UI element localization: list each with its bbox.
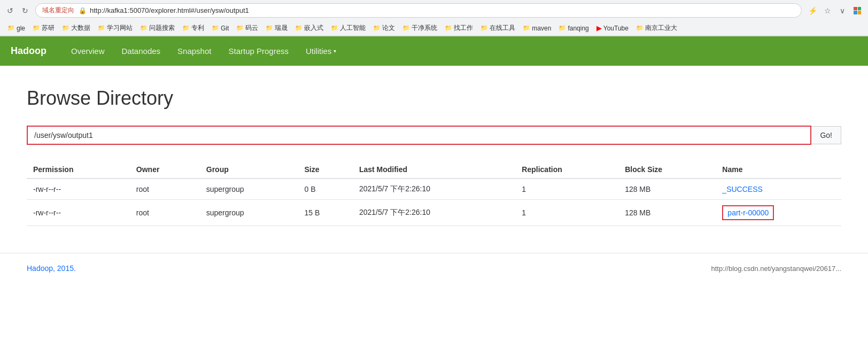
toolbar-actions: ⚡ ☆ ∨ [806, 4, 864, 17]
cell-owner: root [130, 200, 200, 226]
back-button[interactable]: ↺ [4, 5, 16, 17]
path-input[interactable] [27, 126, 811, 145]
domain-redirect-label: 域名重定向 [42, 6, 74, 15]
cell-block-size: 128 MB [618, 200, 716, 226]
col-group: Group [200, 161, 298, 179]
bookmark-tools[interactable]: 📁在线工具 [477, 22, 518, 34]
bookmark-study[interactable]: 📁学习网站 [95, 22, 136, 34]
bookmark-fanqing[interactable]: 📁fanqing [555, 24, 592, 33]
utilities-dropdown-arrow: ▾ [334, 48, 336, 54]
bookmark-patent[interactable]: 📁专利 [179, 22, 207, 34]
col-owner: Owner [130, 161, 200, 179]
lock-icon: 🔒 [79, 7, 87, 14]
browser-toolbar: ↺ ↻ 域名重定向 🔒 http://kafka1:50070/explorer… [0, 0, 868, 21]
table-header: Permission Owner Group Size Last Modifie… [27, 161, 841, 179]
bookmark-njut[interactable]: 📁南京工业大 [633, 22, 680, 34]
bookmark-git[interactable]: 📁Git [208, 24, 232, 33]
cell-last-modified: 2021/5/7 下午2:26:10 [353, 179, 515, 200]
nav-datanodes[interactable]: Datanodes [113, 36, 169, 66]
col-size: Size [298, 161, 353, 179]
bookmark-google[interactable]: 📁gle [4, 24, 28, 33]
bookmark-myyun[interactable]: 📁码云 [233, 22, 261, 34]
bookmark-youtube[interactable]: ▶YouTube [593, 23, 632, 33]
bookmarks-bar: 📁gle 📁苏研 📁大数据 📁学习网站 📁问题搜索 📁专利 📁Git 📁码云 📁… [0, 21, 868, 36]
cell-name: part-r-00000 [716, 200, 841, 226]
cell-size: 0 B [298, 179, 353, 200]
directory-table: Permission Owner Group Size Last Modifie… [27, 161, 841, 226]
cell-size: 15 B [298, 200, 353, 226]
cell-replication: 1 [515, 179, 618, 200]
cell-last-modified: 2021/5/7 下午2:26:10 [353, 200, 515, 226]
path-area: Go! [27, 126, 841, 145]
hadoop-nav: Hadoop Overview Datanodes Snapshot Start… [0, 36, 868, 66]
col-name: Name [716, 161, 841, 179]
main-content: Browse Directory Go! Permission Owner Gr… [0, 66, 868, 242]
profile-icon[interactable]: ∨ [836, 4, 849, 17]
cell-replication: 1 [515, 200, 618, 226]
cell-name: _SUCCESS [716, 179, 841, 200]
footer-copyright: Hadoop, 2015. [27, 264, 76, 273]
bookmark-paper[interactable]: 📁论文 [370, 22, 398, 34]
col-last-modified: Last Modified [353, 161, 515, 179]
bookmark-search[interactable]: 📁问题搜索 [137, 22, 178, 34]
bookmark-ruisheng[interactable]: 📁瑞晟 [262, 22, 291, 34]
cell-permission: -rw-r--r-- [27, 179, 130, 200]
address-bar[interactable]: 域名重定向 🔒 http://kafka1:50070/explorer.htm… [35, 3, 802, 18]
page-title: Browse Directory [27, 87, 841, 110]
bookmark-icon[interactable]: ☆ [821, 4, 834, 17]
bookmark-ai[interactable]: 📁人工智能 [328, 22, 369, 34]
bookmark-cleansys[interactable]: 📁干净系统 [399, 22, 440, 34]
address-text: http://kafka1:50070/explorer.html#/user/… [90, 6, 795, 14]
browser-nav-icons: ↺ ↻ [4, 5, 31, 17]
bookmark-suyuan[interactable]: 📁苏研 [29, 22, 58, 34]
col-permission: Permission [27, 161, 130, 179]
file-link-success[interactable]: _SUCCESS [722, 185, 762, 193]
bookmark-embedded[interactable]: 📁嵌入式 [292, 22, 327, 34]
file-link-part[interactable]: part-r-00000 [722, 205, 774, 220]
browser-chrome: ↺ ↻ 域名重定向 🔒 http://kafka1:50070/explorer… [0, 0, 868, 36]
footer: Hadoop, 2015. http://blog.csdn.net/yangs… [0, 253, 868, 283]
nav-utilities-label: Utilities [306, 46, 331, 56]
table-row: -rw-r--r-- root supergroup 15 B 2021/5/7… [27, 200, 841, 226]
table-row: -rw-r--r-- root supergroup 0 B 2021/5/7 … [27, 179, 841, 200]
col-replication: Replication [515, 161, 618, 179]
bookmark-bigdata[interactable]: 📁大数据 [59, 22, 94, 34]
footer-url: http://blog.csdn.net/yangstanqwei/20617.… [711, 265, 841, 273]
nav-overview[interactable]: Overview [63, 36, 113, 66]
cell-owner: root [130, 179, 200, 200]
hadoop-logo: Hadoop [11, 45, 46, 57]
nav-snapshot[interactable]: Snapshot [169, 36, 220, 66]
col-block-size: Block Size [618, 161, 716, 179]
cell-block-size: 128 MB [618, 179, 716, 200]
table-body: -rw-r--r-- root supergroup 0 B 2021/5/7 … [27, 179, 841, 226]
bookmark-job[interactable]: 📁找工作 [441, 22, 476, 34]
extensions-icon[interactable]: ⚡ [806, 4, 819, 17]
nav-utilities[interactable]: Utilities ▾ [297, 36, 345, 66]
bookmark-maven[interactable]: 📁maven [520, 24, 554, 33]
cell-group: supergroup [200, 179, 298, 200]
cell-group: supergroup [200, 200, 298, 226]
go-button[interactable]: Go! [811, 126, 841, 144]
forward-button[interactable]: ↻ [19, 5, 31, 17]
windows-logo-icon[interactable] [851, 4, 864, 17]
nav-startup-progress[interactable]: Startup Progress [220, 36, 297, 66]
cell-permission: -rw-r--r-- [27, 200, 130, 226]
